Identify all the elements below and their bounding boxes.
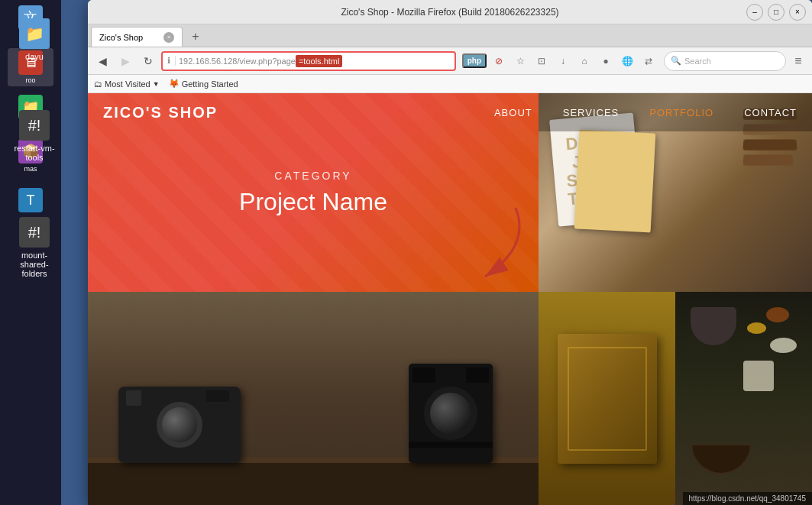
website-content: ABOUT SERVICES PORTFOLIO CONTACT ZICO'S … <box>88 93 812 505</box>
photo-book-area <box>539 292 675 505</box>
nav-contact[interactable]: CONTACT <box>729 93 812 131</box>
synced-tabs-button[interactable]: ⊡ <box>532 52 551 70</box>
panel-title: Project Name <box>239 188 387 216</box>
bookmark-icon-mv: 🗂 <box>94 79 102 89</box>
nav-about[interactable]: ABOUT <box>479 93 548 131</box>
hero-grid: CATEGORY Project Name <box>88 93 812 505</box>
new-tab-button[interactable]: + <box>186 27 205 47</box>
tab-bar: Zico's Shop × + <box>88 24 812 47</box>
arrow-decoration <box>409 200 531 295</box>
browser-tab-zico[interactable]: Zico's Shop × <box>91 27 183 47</box>
pocket-button[interactable]: ● <box>597 52 615 70</box>
icon-img-mount: #! <box>19 217 50 248</box>
search-bar[interactable]: 🔍 Search <box>664 51 786 71</box>
bookmark-getting-started[interactable]: 🦊 Getting Started <box>169 79 238 89</box>
desktop-icon-label-dayu: dayu <box>25 52 44 61</box>
extension-button2[interactable]: ⇄ <box>639 52 658 70</box>
home-button[interactable]: ⌂ <box>575 52 594 70</box>
tab-close-button[interactable]: × <box>163 32 174 43</box>
url-base: 192.168.56.128/view.php?page <box>176 57 296 66</box>
search-placeholder: Search <box>684 57 711 66</box>
site-logo[interactable]: ZICO'S SHOP <box>103 104 218 121</box>
close-button[interactable]: × <box>789 4 806 21</box>
window-controls: – □ × <box>746 4 806 21</box>
bottom-right-area <box>539 292 812 505</box>
status-bar: https://blog.csdn.net/qq_34801745 <box>683 492 812 505</box>
address-bar[interactable]: ℹ 192.168.56.128/view.php?page =tools.ht… <box>161 51 456 71</box>
desktop-icon-label-restart: restart-vm-tools <box>11 144 58 162</box>
icon-img-restart: #! <box>19 110 50 141</box>
browser-window: Zico's Shop - Mozilla Firefox (Build 201… <box>88 0 812 505</box>
minimize-button[interactable]: – <box>746 4 763 21</box>
bookmark-star-button[interactable]: ☆ <box>511 52 529 70</box>
window-title: Zico's Shop - Mozilla Firefox (Build 201… <box>341 7 558 18</box>
site-navigation: ABOUT SERVICES PORTFOLIO CONTACT <box>539 93 812 131</box>
panel-category: CATEGORY <box>274 170 351 182</box>
address-url: 192.168.56.128/view.php?page =tools.html <box>176 55 455 67</box>
extension-button1[interactable]: 🌐 <box>618 52 636 70</box>
desktop-icon-dayu[interactable]: 📁 dayu <box>8 15 61 64</box>
nav-bar: ◀ ▶ ↻ ℹ 192.168.56.128/view.php?page =to… <box>88 47 812 75</box>
taskbar-label-roo: roo <box>25 76 35 84</box>
bookmarks-bar: 🗂 Most Visited ▼ 🦊 Getting Started <box>88 75 812 93</box>
menu-button[interactable]: ≡ <box>789 52 807 70</box>
taskbar-icon-t: T <box>18 188 43 212</box>
bookmark-icon-gs: 🦊 <box>169 79 180 89</box>
nav-services[interactable]: SERVICES <box>548 93 635 131</box>
forward-button[interactable]: ▶ <box>115 51 135 71</box>
photo-cameras-area <box>88 292 539 505</box>
desktop-icon-restart[interactable]: #! restart-vm-tools <box>8 107 61 165</box>
desktop-icon-label-mount: mount-shared-folders <box>11 251 58 278</box>
bookmark-most-visited[interactable]: 🗂 Most Visited ▼ <box>94 79 160 89</box>
search-icon: 🔍 <box>671 56 681 66</box>
tab-label: Zico's Shop <box>99 33 157 42</box>
taskbar-label-mas: mas <box>24 165 37 173</box>
photo-spices-area <box>675 292 812 505</box>
cameras-visual <box>88 292 539 505</box>
folder-icon-dayu: 📁 <box>19 18 50 49</box>
refresh-button[interactable]: ↻ <box>138 51 158 71</box>
php-badge[interactable]: php <box>462 53 487 68</box>
back-button[interactable]: ◀ <box>92 51 112 71</box>
stop-button[interactable]: ⊘ <box>490 52 508 70</box>
desktop-icon-mount[interactable]: #! mount-shared-folders <box>8 214 61 281</box>
download-button[interactable]: ↓ <box>554 52 572 70</box>
address-info-icon: ℹ <box>163 56 176 66</box>
nav-portfolio[interactable]: PORTFOLIO <box>634 93 729 131</box>
maximize-button[interactable]: □ <box>768 4 785 21</box>
desktop: 文 文 🖥 roo 📁 Sta 📦 mas T 📁 dayu #! restar… <box>0 0 812 505</box>
nav-icons-right: php ⊘ ☆ ⊡ ↓ ⌂ ● 🌐 ⇄ <box>459 52 661 70</box>
title-bar: Zico's Shop - Mozilla Firefox (Build 201… <box>88 0 812 24</box>
url-highlight: =tools.html <box>296 55 343 67</box>
